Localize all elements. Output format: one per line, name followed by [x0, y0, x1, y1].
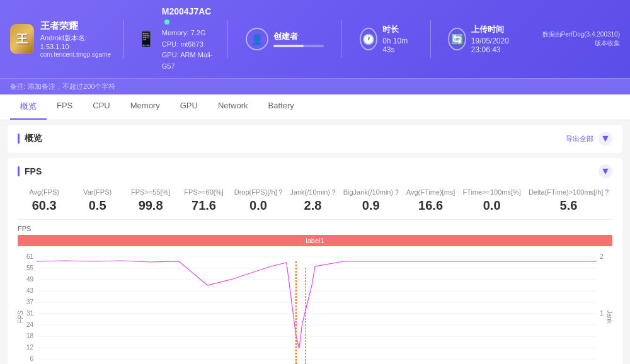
svg-text:61: 61 — [26, 253, 34, 260]
svg-text:43: 43 — [26, 287, 34, 294]
header: 王 王者荣耀 Android版本名: 1.53.1.10 com.tencent… — [0, 0, 630, 78]
app-name: 王者荣耀 — [40, 20, 111, 32]
svg-text:Jank: Jank — [606, 310, 612, 324]
duration-stat: 🕐 时长 0h 10m 43s — [355, 24, 418, 54]
fps-title: FPS — [18, 166, 42, 176]
app-icon: 王 — [10, 24, 34, 54]
info-icon-drop[interactable]: ? — [279, 189, 283, 196]
overview-title: 概览 — [18, 133, 42, 144]
tab-gpu[interactable]: GPU — [170, 94, 208, 120]
creator-stat: 👤 创建者 — [241, 28, 329, 50]
app-version: Android版本名: 1.53.1.10 — [40, 33, 111, 50]
main-content: 概览 导出全部 ▼ FPS ▼ Avg(FPS) 60.3 Var(FPS) 0… — [0, 120, 630, 364]
note-bar[interactable]: 备注: 添加备注，不超过200个字符 — [0, 78, 630, 94]
info-icon-jank[interactable]: ? — [332, 189, 336, 196]
overview-section-header: 概览 导出全部 ▼ — [18, 132, 612, 145]
device-name: M2004J7AC — [162, 6, 215, 26]
upload-icon: 🔄 — [448, 28, 466, 50]
tab-memory[interactable]: Memory — [120, 94, 170, 120]
collapse-button[interactable]: ▼ — [598, 132, 612, 145]
upload-value: 19/05/2020 23:06:43 — [471, 37, 524, 54]
overview-section: 概览 导出全部 ▼ — [8, 125, 622, 153]
stat-delta-ftime: Delta(FTime)>100ms[/h] ? 5.6 — [525, 186, 612, 215]
tab-overview[interactable]: 概览 — [10, 94, 47, 120]
person-icon: 👤 — [246, 28, 268, 50]
upload-label: 上传时间 — [471, 24, 524, 35]
tab-cpu[interactable]: CPU — [83, 94, 120, 120]
chart-legend-bar: label1 — [18, 235, 612, 246]
divider-2 — [227, 20, 228, 58]
chart-fps-label: FPS — [18, 225, 612, 232]
export-button[interactable]: 导出全部 — [566, 134, 593, 144]
duration-label: 时长 — [382, 24, 412, 35]
svg-text:31: 31 — [26, 310, 34, 317]
svg-text:37: 37 — [26, 299, 34, 305]
stat-drop-fps: Drop(FPS)[/h] ? 0.0 — [231, 186, 286, 215]
fps-collapse-button[interactable]: ▼ — [598, 164, 612, 178]
svg-text:2: 2 — [600, 253, 604, 260]
stat-ftime-100: FTime>=100ms[%] 0.0 — [459, 186, 525, 215]
online-indicator — [164, 20, 169, 25]
svg-text:18: 18 — [26, 333, 34, 339]
creator-label: 创建者 — [273, 31, 324, 42]
duration-text: 时长 0h 10m 43s — [382, 24, 412, 54]
stat-avg-ftime: Avg(FTime)[ms] 16.6 — [403, 186, 459, 215]
duration-value: 0h 10m 43s — [382, 37, 412, 54]
svg-text:24: 24 — [26, 321, 34, 328]
svg-text:FPS: FPS — [18, 310, 24, 323]
creator-bar — [273, 45, 324, 47]
device-info: 📱 M2004J7AC Memory: 7.2G CPU: mt6873 GPU… — [137, 6, 215, 72]
device-detail: Memory: 7.2G CPU: mt6873 GPU: ARM Mali-G… — [162, 28, 215, 72]
data-source: 数据由PerfDog(3.4.200310)版本收集 — [539, 30, 620, 48]
app-text: 王者荣耀 Android版本名: 1.53.1.10 com.tencent.t… — [40, 20, 111, 58]
device-text: M2004J7AC Memory: 7.2G CPU: mt6873 GPU: … — [162, 6, 215, 72]
svg-text:1: 1 — [600, 310, 604, 317]
upload-stat: 🔄 上传时间 19/05/2020 23:06:43 — [443, 24, 529, 54]
stat-avg-fps: Avg(FPS) 60.3 — [18, 186, 71, 215]
divider-4 — [430, 20, 431, 58]
upload-text: 上传时间 19/05/2020 23:06:43 — [471, 24, 524, 54]
tab-battery[interactable]: Battery — [258, 94, 304, 120]
info-icon-bigjank[interactable]: ? — [395, 189, 399, 196]
tab-fps[interactable]: FPS — [47, 94, 83, 120]
stat-fps-60: FPS>=60[%] 71.6 — [177, 186, 230, 215]
data-source-text: 数据由PerfDog(3.4.200310)版本收集 — [542, 31, 620, 47]
svg-text:55: 55 — [26, 264, 34, 271]
phone-icon: 📱 — [137, 28, 156, 50]
info-icon-delta[interactable]: ? — [605, 189, 609, 196]
note-placeholder: 备注: 添加备注，不超过200个字符 — [10, 82, 115, 90]
fps-chart-svg-container: 61 55 49 43 37 31 24 18 12 6 0 FPS 2 1 — [18, 247, 612, 364]
stat-fps-55: FPS>=55[%] 99.8 — [124, 186, 177, 215]
creator-bar-fill — [273, 45, 304, 47]
fps-section-header: FPS ▼ — [18, 164, 612, 178]
fps-chart-container: FPS label1 — [18, 220, 612, 364]
app-info: 王 王者荣耀 Android版本名: 1.53.1.10 com.tencent… — [10, 20, 111, 58]
tab-network[interactable]: Network — [208, 94, 258, 120]
app-package: com.tencent.tmgp.sgame — [40, 51, 111, 58]
svg-text:49: 49 — [26, 276, 34, 283]
fps-section: FPS ▼ Avg(FPS) 60.3 Var(FPS) 0.5 FPS>=55… — [8, 158, 622, 364]
tab-bar: 概览 FPS CPU Memory GPU Network Battery — [0, 94, 630, 120]
svg-text:6: 6 — [30, 355, 34, 362]
divider-1 — [123, 20, 124, 58]
fps-stats-row: Avg(FPS) 60.3 Var(FPS) 0.5 FPS>=55[%] 99… — [18, 182, 612, 220]
svg-text:12: 12 — [26, 344, 34, 351]
clock-icon: 🕐 — [360, 28, 377, 50]
fps-chart-svg: 61 55 49 43 37 31 24 18 12 6 0 FPS 2 1 — [18, 247, 612, 364]
stat-bigjank: BigJank(/10min) ? 0.9 — [340, 186, 403, 215]
creator-text: 创建者 — [273, 31, 324, 47]
stat-jank: Jank(/10min) ? 2.8 — [286, 186, 339, 215]
divider-3 — [341, 20, 342, 58]
stat-var-fps: Var(FPS) 0.5 — [71, 186, 123, 215]
